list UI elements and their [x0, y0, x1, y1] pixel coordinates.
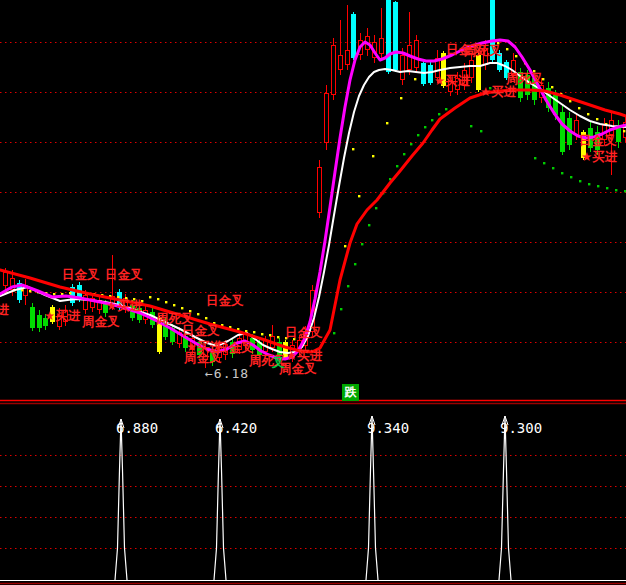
- sar-dots-rally-green: [361, 243, 363, 245]
- spike-value-label: 6.420: [215, 420, 257, 436]
- sar-dots-right-green: [543, 162, 545, 164]
- sar-dots-left-yellow: [253, 331, 255, 333]
- candle: [560, 112, 565, 152]
- candle: [386, 0, 391, 72]
- candle: [393, 2, 398, 70]
- sar-dots-left-yellow: [149, 296, 151, 298]
- sar-dots-rally-green: [438, 113, 440, 115]
- sar-dots-left-yellow: [261, 333, 263, 335]
- sar-dots-rally-green: [375, 207, 377, 209]
- sar-dots-rally-green: [480, 130, 482, 132]
- candle: [339, 56, 343, 70]
- price-chart-svg[interactable]: 日金叉日金叉买进★买进★买进周金叉日金叉周死叉日金叉★买进周金叉日金叉周死叉日金…: [0, 0, 626, 585]
- sar-dots-right-yellow: [515, 55, 517, 57]
- candle: [4, 273, 8, 286]
- sar-dots-right-yellow: [578, 107, 580, 109]
- candle: [575, 121, 579, 135]
- sar-dots-rally-green: [410, 143, 412, 145]
- sar-dots-rally-yellow: [386, 122, 388, 124]
- signal-label: 买进: [0, 302, 10, 317]
- signal-label: 日金叉: [206, 293, 244, 308]
- candle: [351, 14, 356, 58]
- signal-label: 日金叉: [579, 133, 617, 148]
- signal-label: ★买进: [106, 298, 143, 313]
- sar-dots-right-green: [570, 176, 572, 178]
- sar-dots-left-yellow: [205, 317, 207, 319]
- sar-dots-rally-green: [347, 285, 349, 287]
- sar-dots-left-yellow: [69, 292, 71, 294]
- sar-dots-right-green: [534, 157, 536, 159]
- signal-label: 周死叉: [463, 43, 502, 58]
- sar-dots-right-green: [615, 189, 617, 191]
- sar-dots-rally-yellow: [352, 148, 354, 150]
- signal-label: 周金叉: [81, 314, 120, 329]
- sar-dots-left-yellow: [165, 301, 167, 303]
- candle: [415, 41, 419, 68]
- signal-spike: [366, 416, 378, 580]
- sar-dots-right-yellow: [596, 118, 598, 120]
- spike-value-label: 9.300: [500, 420, 542, 436]
- signal-label: 日金叉: [105, 267, 143, 282]
- sar-dots-left-yellow: [173, 304, 175, 306]
- signal-label: ★买进: [480, 84, 517, 99]
- sar-dots-rally-green: [445, 108, 447, 110]
- sar-dots-rally-green: [470, 125, 472, 127]
- sar-dots-right-green: [552, 167, 554, 169]
- sar-dots-left-yellow: [269, 334, 271, 336]
- signal-label: 叉: [271, 355, 285, 370]
- spike-value-label: 6.880: [116, 420, 158, 436]
- signal-spike: [214, 419, 226, 580]
- candle: [30, 307, 35, 328]
- sar-dots-rally-green: [424, 126, 426, 128]
- sar-dots-rally-green: [396, 165, 398, 167]
- signal-label: ★买进: [581, 149, 618, 164]
- sar-dots-rally-green: [340, 308, 342, 310]
- signal-label: ★买进: [44, 308, 81, 323]
- signal-label: 周死叉: [505, 71, 544, 86]
- sar-dots-right-yellow: [506, 48, 508, 50]
- sar-dots-right-green: [561, 172, 563, 174]
- sar-dots-right-yellow: [623, 130, 625, 132]
- candle: [37, 315, 42, 328]
- sar-dots-right-yellow: [587, 113, 589, 115]
- sar-dots-left-yellow: [157, 298, 159, 300]
- sar-dots-rally-yellow: [358, 195, 360, 197]
- sar-dots-right-green: [579, 180, 581, 182]
- signal-label: 日金叉: [62, 267, 100, 282]
- spike-value-label: 9.340: [367, 420, 409, 436]
- sar-dots-rally-yellow: [372, 155, 374, 157]
- candle: [380, 39, 384, 54]
- sar-dots-left-yellow: [181, 307, 183, 309]
- signal-label: 日金叉: [285, 325, 323, 340]
- stock-chart-window: 日金叉日金叉买进★买进★买进周金叉日金叉周死叉日金叉★买进周金叉日金叉周死叉日金…: [0, 0, 626, 585]
- candle: [318, 168, 322, 213]
- signal-spike: [115, 419, 127, 580]
- sar-dots-rally-green: [403, 153, 405, 155]
- sar-dots-right-green: [597, 185, 599, 187]
- sar-dots-rally-yellow: [400, 97, 402, 99]
- sar-dots-rally-green: [431, 119, 433, 121]
- sar-dots-right-green: [606, 187, 608, 189]
- sar-dots-left-yellow: [197, 313, 199, 315]
- sar-dots-rally-green: [417, 134, 419, 136]
- signal-label: ★买进: [434, 73, 471, 88]
- candle: [428, 65, 433, 83]
- sar-dots-rally-green: [354, 263, 356, 265]
- candle: [325, 94, 329, 143]
- candle: [346, 51, 350, 65]
- sar-dots-right-yellow: [569, 100, 571, 102]
- sar-dots-left-yellow: [29, 290, 31, 292]
- sar-dots-rally-green: [333, 332, 335, 334]
- sar-dots-right-yellow: [551, 86, 553, 88]
- sar-dots-left-yellow: [277, 336, 279, 338]
- sar-dots-rally-yellow: [344, 245, 346, 247]
- sar-dots-rally-yellow: [414, 78, 416, 80]
- sar-dots-left-yellow: [53, 293, 55, 295]
- candle: [401, 56, 405, 80]
- candle: [332, 46, 336, 95]
- signal-label: 日金叉: [182, 323, 220, 338]
- signal-spike: [499, 416, 511, 580]
- sar-dots-rally-green: [368, 224, 370, 226]
- sar-dots-right-green: [588, 183, 590, 185]
